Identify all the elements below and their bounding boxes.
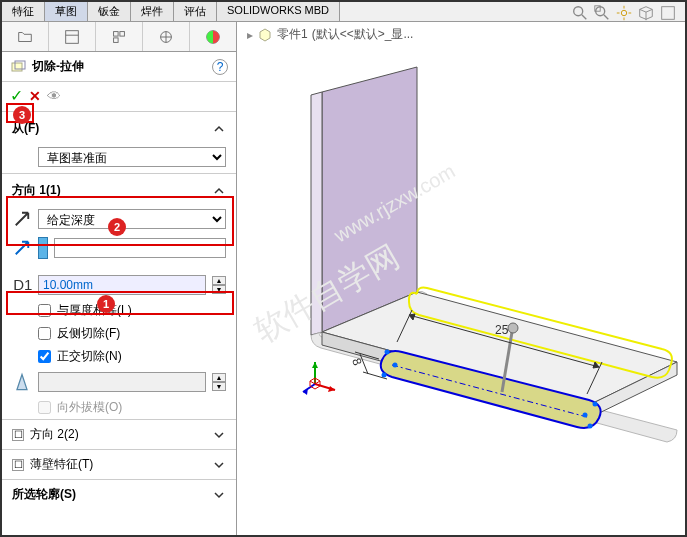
tab-weldments[interactable]: 焊件 bbox=[131, 2, 174, 21]
direction1-label: 方向 1(1) bbox=[12, 182, 61, 199]
direction1-header[interactable]: 方向 1(1) bbox=[2, 176, 236, 205]
direction-vector-icon[interactable] bbox=[12, 238, 32, 258]
draft-spinner[interactable]: ▲▼ bbox=[212, 373, 226, 391]
preview-eye-icon[interactable]: 👁 bbox=[47, 88, 61, 104]
svg-rect-13 bbox=[114, 31, 119, 35]
cut-extrude-icon bbox=[10, 59, 26, 75]
svg-rect-10 bbox=[662, 7, 675, 20]
chevron-down-icon bbox=[212, 428, 226, 442]
zoom-area-icon[interactable] bbox=[593, 4, 611, 22]
reverse-direction-icon[interactable] bbox=[12, 209, 32, 229]
depth-icon: D1 bbox=[12, 275, 32, 295]
action-row: ✓ ✕ 👁 bbox=[2, 82, 236, 109]
property-tab[interactable] bbox=[49, 22, 96, 51]
tab-sheetmetal[interactable]: 钣金 bbox=[88, 2, 131, 21]
draft-outward-checkbox bbox=[38, 401, 51, 414]
from-section-header[interactable]: 从(F) bbox=[2, 114, 236, 143]
tab-mbd[interactable]: SOLIDWORKS MBD bbox=[217, 2, 340, 21]
depth-input[interactable] bbox=[38, 275, 206, 295]
expand-icon: ☐ bbox=[12, 459, 24, 471]
svg-point-32 bbox=[382, 373, 387, 378]
property-manager-panel: 切除-拉伸 ? ✓ ✕ 👁 从(F) 草图基准面 方向 1(1) 给定深度 bbox=[2, 22, 237, 535]
svg-rect-11 bbox=[66, 30, 79, 43]
svg-marker-23 bbox=[322, 67, 417, 332]
dimension-8: 8 bbox=[349, 356, 365, 367]
draft-icon[interactable] bbox=[12, 372, 32, 392]
from-label: 从(F) bbox=[12, 120, 39, 137]
normal-cut-label: 正交切除(N) bbox=[57, 348, 122, 365]
sun-icon[interactable] bbox=[615, 4, 633, 22]
svg-point-5 bbox=[621, 10, 626, 15]
chevron-up-icon bbox=[212, 184, 226, 198]
svg-line-1 bbox=[582, 15, 587, 19]
feature-title: 切除-拉伸 bbox=[32, 58, 212, 75]
display-style-icon[interactable] bbox=[659, 4, 677, 22]
svg-line-3 bbox=[604, 15, 609, 19]
direction2-header[interactable]: ☐方向 2(2) bbox=[2, 419, 236, 449]
expand-icon: ☐ bbox=[12, 429, 24, 441]
thin-feature-header[interactable]: ☐薄壁特征(T) bbox=[2, 449, 236, 479]
direction-selection-box[interactable] bbox=[38, 237, 48, 259]
chevron-down-icon bbox=[212, 458, 226, 472]
dimension-25: 25 bbox=[495, 323, 509, 337]
contours-label: 所选轮廓(S) bbox=[12, 486, 76, 503]
config-tab[interactable] bbox=[96, 22, 143, 51]
draft-outward-label: 向外拔模(O) bbox=[57, 399, 122, 416]
svg-rect-20 bbox=[12, 63, 22, 71]
tab-evaluate[interactable]: 评估 bbox=[174, 2, 217, 21]
svg-point-36 bbox=[508, 323, 518, 333]
cancel-button[interactable]: ✕ bbox=[29, 88, 41, 104]
help-icon[interactable]: ? bbox=[212, 59, 228, 75]
panel-tab-bar bbox=[2, 22, 236, 52]
thin-feature-label: 薄壁特征(T) bbox=[30, 456, 93, 473]
svg-text:D1: D1 bbox=[13, 276, 32, 293]
model-3d: 25 8 bbox=[237, 32, 687, 532]
svg-rect-14 bbox=[120, 31, 125, 35]
normal-cut-checkbox[interactable] bbox=[38, 350, 51, 363]
direction2-label: 方向 2(2) bbox=[30, 426, 79, 443]
svg-point-31 bbox=[385, 350, 390, 355]
end-condition-select[interactable]: 给定深度 bbox=[38, 209, 226, 229]
contours-header[interactable]: 所选轮廓(S) bbox=[2, 479, 236, 509]
chevron-up-icon bbox=[212, 122, 226, 136]
chevron-down-icon bbox=[212, 488, 226, 502]
tab-sketch[interactable]: 草图 bbox=[45, 2, 88, 21]
direction-vector-input[interactable] bbox=[54, 238, 226, 258]
view-toolbar bbox=[571, 4, 677, 22]
link-thickness-label: 与厚度相等(L) bbox=[57, 302, 132, 319]
svg-point-29 bbox=[393, 363, 398, 368]
appearance-tab[interactable] bbox=[190, 22, 236, 51]
svg-marker-24 bbox=[311, 92, 322, 335]
feature-header: 切除-拉伸 ? bbox=[2, 52, 236, 82]
flip-side-label: 反侧切除(F) bbox=[57, 325, 120, 342]
view-cube-icon[interactable] bbox=[637, 4, 655, 22]
svg-rect-15 bbox=[114, 37, 119, 42]
graphics-viewport[interactable]: ▸ 零件1 (默认<<默认>_显... bbox=[237, 22, 685, 535]
feature-tree-tab[interactable] bbox=[2, 22, 49, 51]
depth-spinner[interactable]: ▲▼ bbox=[212, 276, 226, 294]
svg-point-30 bbox=[583, 413, 588, 418]
tab-features[interactable]: 特征 bbox=[2, 2, 45, 21]
svg-point-0 bbox=[574, 7, 583, 16]
ok-button[interactable]: ✓ bbox=[10, 86, 23, 105]
from-plane-select[interactable]: 草图基准面 bbox=[38, 147, 226, 167]
svg-point-33 bbox=[593, 402, 598, 407]
link-thickness-checkbox[interactable] bbox=[38, 304, 51, 317]
zoom-fit-icon[interactable] bbox=[571, 4, 589, 22]
dimxpert-tab[interactable] bbox=[143, 22, 190, 51]
svg-point-34 bbox=[588, 424, 593, 429]
flip-side-checkbox[interactable] bbox=[38, 327, 51, 340]
draft-angle-input[interactable] bbox=[38, 372, 206, 392]
